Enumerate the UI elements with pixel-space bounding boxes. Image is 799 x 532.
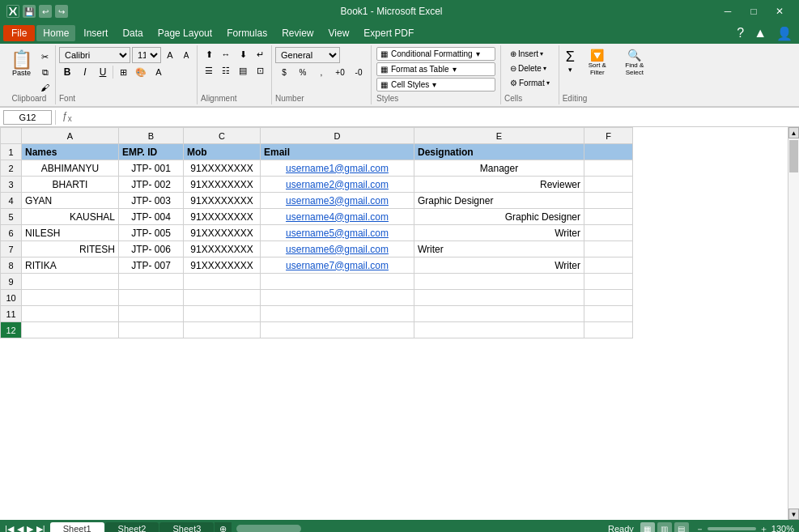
cell-E6[interactable]: Writer <box>414 225 584 241</box>
cell-B1[interactable]: EMP. ID <box>119 144 184 160</box>
prev-sheet-button[interactable]: ◀ <box>17 524 23 533</box>
cell-C1[interactable]: Mob <box>184 144 261 160</box>
cell-E1[interactable]: Designation <box>414 144 584 160</box>
paste-button[interactable]: 📋 Paste <box>6 49 36 79</box>
bold-button[interactable]: B <box>59 65 75 79</box>
format-button[interactable]: ⚙Format▾ <box>504 76 555 90</box>
h-scroll-thumb[interactable] <box>236 525 301 532</box>
cell-F12[interactable] <box>584 322 633 338</box>
cell-B11[interactable] <box>119 306 184 322</box>
zoom-slider[interactable] <box>708 527 756 530</box>
page-break-view-button[interactable]: ▤ <box>674 522 689 532</box>
cell-C11[interactable] <box>184 306 261 322</box>
cell-B6[interactable]: JTP- 005 <box>119 225 184 241</box>
delete-button[interactable]: ⊖Delete▾ <box>504 62 555 75</box>
cell-B10[interactable] <box>119 290 184 306</box>
zoom-in-button[interactable]: ＋ <box>759 523 768 533</box>
cell-D2[interactable]: username1@gmail.com <box>261 160 414 177</box>
review-menu[interactable]: Review <box>275 25 320 41</box>
normal-view-button[interactable]: ▦ <box>640 522 655 532</box>
increase-decimal-button[interactable]: +0 <box>331 65 349 79</box>
cell-B12[interactable] <box>119 322 184 338</box>
row-num-11[interactable]: 11 <box>1 306 22 322</box>
cell-E11[interactable] <box>414 306 584 322</box>
ribbon-collapse[interactable]: ▲ <box>750 24 770 42</box>
cell-D8[interactable]: username7@gmail.com <box>261 257 414 274</box>
row-num-6[interactable]: 6 <box>1 225 22 241</box>
scroll-up-button[interactable]: ▲ <box>788 127 799 138</box>
cell-D6[interactable]: username5@gmail.com <box>261 225 414 241</box>
cell-B5[interactable]: JTP- 004 <box>119 209 184 225</box>
cell-A6[interactable]: NILESH <box>22 225 119 241</box>
cell-D11[interactable] <box>261 306 414 322</box>
formulas-menu[interactable]: Formulas <box>220 25 274 41</box>
scroll-track[interactable] <box>788 138 799 509</box>
cell-D3[interactable]: username2@gmail.com <box>261 177 414 193</box>
add-sheet-button[interactable]: ⊕ <box>215 522 232 533</box>
cell-B4[interactable]: JTP- 003 <box>119 193 184 209</box>
cell-E2[interactable]: Manager <box>414 160 584 177</box>
cell-F10[interactable] <box>584 290 633 306</box>
function-wizard-button[interactable]: ƒx <box>59 110 75 123</box>
last-sheet-button[interactable]: ▶| <box>36 524 45 533</box>
cell-styles-button[interactable]: ▦Cell Styles▾ <box>376 78 495 92</box>
cell-F11[interactable] <box>584 306 633 322</box>
cell-C5[interactable]: 91XXXXXXXX <box>184 209 261 225</box>
cell-E12[interactable] <box>414 322 584 338</box>
autosum-button[interactable]: Σ ▾ <box>563 47 578 75</box>
cut-button[interactable]: ✂ <box>38 50 52 64</box>
cell-B7[interactable]: JTP- 006 <box>119 241 184 257</box>
font-family-select[interactable]: Calibri <box>59 47 130 63</box>
close-button[interactable]: ✕ <box>767 0 793 23</box>
cell-E4[interactable]: Graphic Designer <box>414 193 584 209</box>
underline-button[interactable]: U <box>95 65 111 79</box>
conditional-formatting-button[interactable]: ▦Conditional Formatting▾ <box>376 47 495 61</box>
first-sheet-button[interactable]: |◀ <box>5 524 14 533</box>
insert-button[interactable]: ⊕Insert▾ <box>504 47 555 61</box>
cell-A9[interactable] <box>22 274 119 290</box>
font-size-select[interactable]: 11 <box>132 47 161 63</box>
cell-E9[interactable] <box>414 274 584 290</box>
cell-B8[interactable]: JTP- 007 <box>119 257 184 274</box>
row-num-10[interactable]: 10 <box>1 290 22 306</box>
cell-F9[interactable] <box>584 274 633 290</box>
next-sheet-button[interactable]: ▶ <box>27 524 33 533</box>
minimize-button[interactable]: ─ <box>715 0 741 23</box>
cell-D7[interactable]: username6@gmail.com <box>261 241 414 257</box>
row-num-9[interactable]: 9 <box>1 274 22 290</box>
row-num-2[interactable]: 2 <box>1 160 22 177</box>
col-header-f[interactable]: F <box>584 128 633 144</box>
cell-C10[interactable] <box>184 290 261 306</box>
grid-scroll[interactable]: A B C D E F 1NamesEMP. IDMobEmailDesigna… <box>0 127 788 520</box>
save-icon[interactable]: 💾 <box>23 5 36 18</box>
col-header-d[interactable]: D <box>261 128 414 144</box>
insert-menu[interactable]: Insert <box>77 25 114 41</box>
name-box[interactable] <box>3 110 52 125</box>
scroll-down-button[interactable]: ▼ <box>788 509 799 520</box>
view-menu[interactable]: View <box>322 25 356 41</box>
account-button[interactable]: 👤 <box>773 24 796 43</box>
cell-D4[interactable]: username3@gmail.com <box>261 193 414 209</box>
data-menu[interactable]: Data <box>116 25 149 41</box>
row-num-3[interactable]: 3 <box>1 177 22 193</box>
cell-E5[interactable]: Graphic Designer <box>414 209 584 225</box>
cell-F3[interactable] <box>584 177 633 193</box>
row-num-12[interactable]: 12 <box>1 322 22 338</box>
cell-F8[interactable] <box>584 257 633 274</box>
page-layout-view-button[interactable]: ▥ <box>657 522 672 532</box>
row-num-1[interactable]: 1 <box>1 144 22 160</box>
cell-A12[interactable] <box>22 322 119 338</box>
sort-filter-button[interactable]: 🔽 Sort & Filter <box>580 47 615 78</box>
cell-E3[interactable]: Reviewer <box>414 177 584 193</box>
align-right-button[interactable]: ▤ <box>235 63 251 78</box>
cell-B9[interactable] <box>119 274 184 290</box>
cell-E7[interactable]: Writer <box>414 241 584 257</box>
cell-A10[interactable] <box>22 290 119 306</box>
fill-color-button[interactable]: 🎨 <box>133 65 149 79</box>
page-layout-menu[interactable]: Page Layout <box>151 25 219 41</box>
percent-button[interactable]: $ <box>275 65 293 79</box>
cell-C8[interactable]: 91XXXXXXXX <box>184 257 261 274</box>
col-header-b[interactable]: B <box>119 128 184 144</box>
cell-C7[interactable]: 91XXXXXXXX <box>184 241 261 257</box>
cell-D10[interactable] <box>261 290 414 306</box>
